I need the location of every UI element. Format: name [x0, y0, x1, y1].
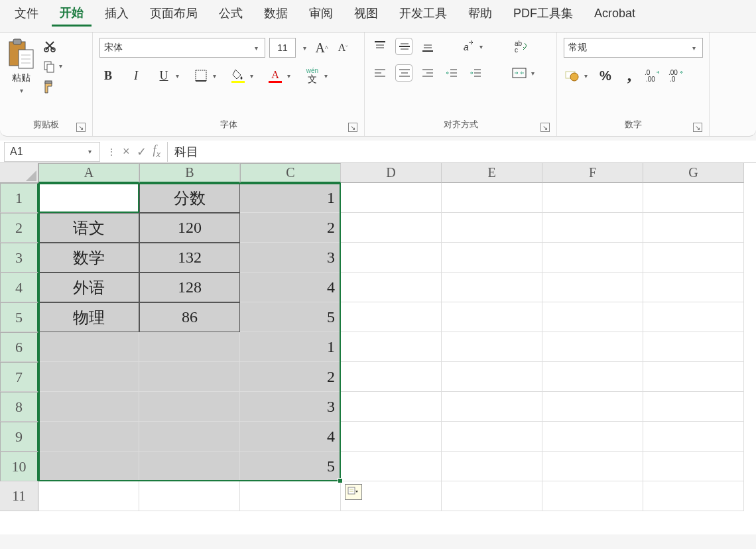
cell[interactable]: 1 [240, 332, 341, 362]
data-cell[interactable]: 128 [139, 273, 240, 302]
data-cell[interactable]: 物理 [38, 302, 139, 332]
cell[interactable] [341, 422, 442, 452]
cell[interactable] [442, 213, 542, 243]
col-header-F[interactable]: F [542, 163, 643, 183]
data-cell[interactable]: 外语 [38, 273, 139, 302]
data-cell[interactable]: 科目 [38, 183, 139, 213]
cell[interactable] [542, 213, 643, 243]
cell[interactable] [542, 452, 643, 481]
align-center-icon[interactable] [395, 64, 412, 82]
cell[interactable] [643, 243, 744, 273]
cell[interactable]: 4 [240, 273, 341, 302]
cell[interactable] [139, 362, 240, 392]
cell[interactable] [442, 183, 542, 213]
data-cell[interactable]: 120 [139, 213, 240, 243]
menu-item-11[interactable]: Acrobat [586, 3, 643, 25]
col-header-E[interactable]: E [442, 163, 542, 183]
alignment-launcher[interactable] [540, 123, 550, 132]
number-format-select[interactable]: 常规 [564, 38, 703, 58]
paste-button[interactable]: 粘贴 [7, 38, 36, 94]
cell[interactable] [38, 392, 139, 422]
cell[interactable]: 4 [240, 422, 341, 452]
cell[interactable] [643, 332, 744, 362]
cell[interactable] [643, 213, 744, 243]
row-header-2[interactable]: 2 [0, 213, 38, 243]
menu-item-8[interactable]: 开发工具 [391, 1, 455, 25]
decrease-decimal-icon[interactable]: .00.0 [668, 67, 686, 84]
row-header-7[interactable]: 7 [0, 362, 38, 392]
wrap-text-icon[interactable]: abc [512, 38, 529, 55]
italic-button[interactable]: I [127, 67, 145, 84]
cell[interactable] [341, 332, 442, 362]
col-header-A[interactable]: A [38, 163, 139, 183]
fill-color-dropdown[interactable] [247, 72, 256, 80]
cell[interactable] [38, 422, 139, 452]
cell[interactable] [341, 302, 442, 332]
phonetic-dropdown[interactable] [321, 72, 330, 80]
cell[interactable]: 1 [240, 183, 341, 213]
menu-item-4[interactable]: 公式 [211, 1, 251, 25]
row-header-8[interactable]: 8 [0, 392, 38, 422]
comma-style-icon[interactable]: , [621, 67, 638, 84]
data-cell[interactable]: 86 [139, 302, 240, 332]
copy-button[interactable] [42, 60, 65, 73]
row-header-9[interactable]: 9 [0, 422, 38, 452]
cell[interactable] [240, 481, 341, 511]
fx-icon[interactable]: fx [153, 143, 161, 160]
cell[interactable] [38, 362, 139, 392]
cell[interactable] [542, 302, 643, 332]
row-header-10[interactable]: 10 [0, 452, 38, 481]
cell[interactable]: 2 [240, 362, 341, 392]
font-size-select[interactable]: 11 [269, 38, 296, 58]
cell[interactable] [139, 332, 240, 362]
row-header-1[interactable]: 1 [0, 183, 38, 213]
menu-item-0[interactable]: 文件 [7, 1, 46, 25]
cell[interactable] [442, 392, 542, 422]
menu-item-6[interactable]: 审阅 [301, 1, 341, 25]
align-bottom-icon[interactable] [419, 38, 436, 55]
data-cell[interactable]: 分数 [139, 183, 240, 213]
font-name-select[interactable]: 宋体 [99, 38, 265, 58]
cell[interactable] [643, 452, 744, 481]
cell[interactable] [643, 422, 744, 452]
row-header-6[interactable]: 6 [0, 332, 38, 362]
merge-dropdown[interactable] [528, 70, 537, 77]
clipboard-launcher[interactable] [76, 123, 86, 132]
row-header-4[interactable]: 4 [0, 273, 38, 302]
underline-dropdown[interactable] [172, 72, 182, 80]
cancel-formula-icon[interactable]: × [123, 145, 130, 158]
border-button[interactable] [192, 67, 210, 84]
cell[interactable] [542, 422, 643, 452]
fill-color-button[interactable] [229, 67, 247, 84]
cell[interactable]: 5 [240, 452, 341, 481]
name-box[interactable]: A1 [4, 142, 100, 162]
row-header-3[interactable]: 3 [0, 243, 38, 273]
phonetic-guide-button[interactable]: wén文 [304, 67, 321, 84]
orientation-dropdown[interactable] [476, 43, 485, 50]
cell[interactable] [643, 362, 744, 392]
accounting-dropdown[interactable] [581, 72, 590, 80]
border-dropdown[interactable] [210, 72, 219, 80]
menu-item-9[interactable]: 帮助 [460, 1, 500, 25]
menu-item-5[interactable]: 数据 [256, 1, 296, 25]
data-cell[interactable]: 语文 [38, 213, 139, 243]
increase-indent-icon[interactable] [467, 64, 484, 82]
cell[interactable] [38, 452, 139, 481]
accounting-format-icon[interactable] [564, 67, 581, 84]
cell[interactable] [442, 332, 542, 362]
cell[interactable] [542, 183, 643, 213]
cell[interactable] [643, 392, 744, 422]
cut-icon[interactable] [42, 38, 57, 53]
menu-item-7[interactable]: 视图 [346, 1, 386, 25]
cell[interactable] [643, 302, 744, 332]
row-header-11[interactable]: 11 [0, 481, 38, 511]
cell[interactable] [341, 362, 442, 392]
row-header-5[interactable]: 5 [0, 302, 38, 332]
cell[interactable] [341, 213, 442, 243]
select-all-corner[interactable] [0, 163, 38, 183]
cell[interactable] [643, 183, 744, 213]
cell[interactable]: 2 [240, 213, 341, 243]
cell[interactable]: 3 [240, 392, 341, 422]
cell[interactable] [442, 302, 542, 332]
cell[interactable] [341, 392, 442, 422]
